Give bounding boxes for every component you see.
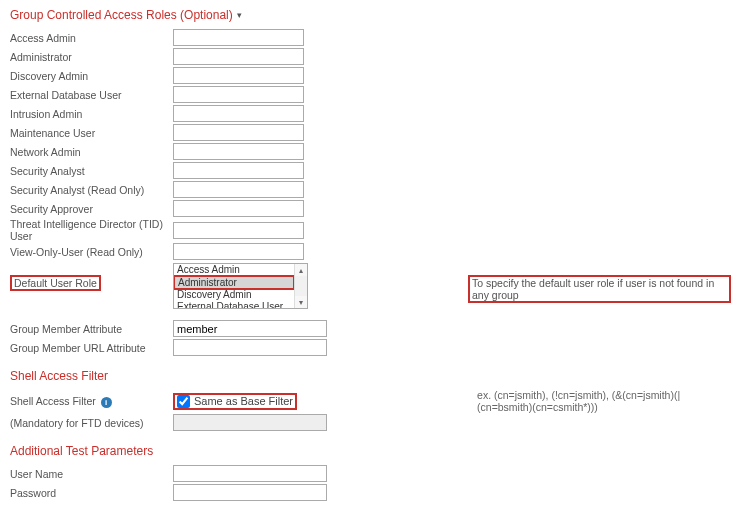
group-member-attr-label: Group Member Attribute (10, 323, 173, 335)
default-user-role-label-highlight: Default User Role (10, 275, 101, 291)
role-input-external-db-user[interactable] (173, 86, 304, 103)
info-icon[interactable]: i (101, 397, 112, 408)
group-member-url-attr-label: Group Member URL Attribute (10, 342, 173, 354)
role-input-access-admin[interactable] (173, 29, 304, 46)
role-input-administrator[interactable] (173, 48, 304, 65)
default-role-option-selected[interactable]: Administrator (175, 277, 293, 289)
role-label: External Database User (10, 89, 173, 101)
default-role-helper: To specify the default user role if user… (472, 277, 714, 301)
collapse-caret-icon: ▾ (237, 10, 242, 20)
same-as-base-filter-checkbox[interactable] (177, 395, 190, 408)
role-label: Maintenance User (10, 127, 173, 139)
group-roles-header[interactable]: Group Controlled Access Roles (Optional)… (10, 8, 731, 22)
role-label: Administrator (10, 51, 173, 63)
role-label: View-Only-User (Read Only) (10, 246, 173, 258)
additional-test-title: Additional Test Parameters (10, 444, 731, 458)
group-member-attr-input[interactable] (173, 320, 327, 337)
role-input-intrusion-admin[interactable] (173, 105, 304, 122)
default-role-option[interactable]: External Database User (174, 301, 307, 310)
role-label: Intrusion Admin (10, 108, 173, 120)
default-user-role-label: Default User Role (14, 277, 97, 289)
role-label: Security Approver (10, 203, 173, 215)
role-input-tid-user[interactable] (173, 222, 304, 239)
role-input-security-analyst-ro[interactable] (173, 181, 304, 198)
role-input-network-admin[interactable] (173, 143, 304, 160)
group-roles-title: Group Controlled Access Roles (Optional) (10, 8, 233, 22)
role-input-discovery-admin[interactable] (173, 67, 304, 84)
test-username-input[interactable] (173, 465, 327, 482)
default-role-option[interactable]: Discovery Admin (174, 289, 307, 301)
role-label: Security Analyst (Read Only) (10, 184, 173, 196)
mandatory-ftd-label: (Mandatory for FTD devices) (10, 417, 173, 429)
group-member-url-attr-input[interactable] (173, 339, 327, 356)
listbox-scrollbar[interactable]: ▴ ▾ (294, 264, 307, 308)
default-user-role-listbox[interactable]: Access Admin Administrator Discovery Adm… (173, 263, 308, 309)
role-label: Discovery Admin (10, 70, 173, 82)
role-input-view-only-user[interactable] (173, 243, 304, 260)
shell-filter-title: Shell Access Filter (10, 369, 731, 383)
test-username-label: User Name (10, 468, 173, 480)
role-label: Network Admin (10, 146, 173, 158)
shell-filter-example: ex. (cn=jsmith), (!cn=jsmith), (&(cn=jsm… (297, 389, 731, 413)
role-input-maintenance-user[interactable] (173, 124, 304, 141)
shell-access-filter-label: Shell Access Filter (10, 395, 96, 407)
test-password-input[interactable] (173, 484, 327, 501)
default-role-helper-highlight: To specify the default user role if user… (468, 275, 731, 303)
shell-filter-input (173, 414, 327, 431)
same-as-base-filter-label: Same as Base Filter (194, 395, 293, 407)
role-input-security-analyst[interactable] (173, 162, 304, 179)
scroll-up-icon[interactable]: ▴ (295, 264, 307, 276)
role-label: Threat Intelligence Director (TID) User (10, 218, 173, 242)
role-input-security-approver[interactable] (173, 200, 304, 217)
role-label: Access Admin (10, 32, 173, 44)
role-label: Security Analyst (10, 165, 173, 177)
same-as-base-highlight: Same as Base Filter (173, 393, 297, 410)
scroll-down-icon[interactable]: ▾ (295, 296, 307, 308)
test-password-label: Password (10, 487, 173, 499)
